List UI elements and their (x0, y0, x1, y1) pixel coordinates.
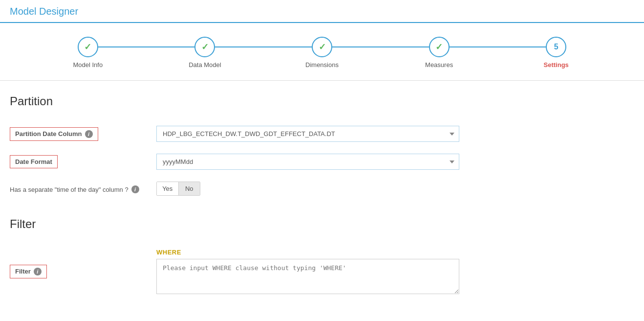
toggle-no-option[interactable]: No (179, 182, 200, 195)
date-format-control: yyyyMMdd yyyy-MM-dd yyyy/MM/dd MM/dd/yyy… (147, 148, 523, 176)
filter-label-cell: Filter i (10, 243, 147, 300)
step-circle-5: 5 (546, 37, 566, 57)
step-dimensions[interactable]: ✓ Dimensions (263, 37, 381, 69)
step-label-3: Dimensions (305, 61, 339, 69)
partition-date-column-select[interactable]: HDP_LBG_ECTECH_DW.T_DWD_GDT_EFFECT_DATA.… (156, 126, 459, 142)
checkmark-2: ✓ (201, 42, 209, 52)
time-column-label-cell: Has a separate "time of the day" column … (10, 176, 147, 202)
where-label: WHERE (156, 249, 181, 256)
step-circle-3: ✓ (312, 37, 332, 57)
partition-date-column-control: HDP_LBG_ECTECH_DW.T_DWD_GDT_EFFECT_DATA.… (147, 120, 523, 148)
checkmark-3: ✓ (319, 42, 326, 52)
partition-section: Partition Partition Date Column i HDP_LB… (10, 94, 634, 202)
filter-label: Filter i (10, 265, 47, 278)
step-measures[interactable]: ✓ Measures (381, 37, 498, 69)
step-label-1: Model Info (73, 61, 103, 69)
time-column-toggle[interactable]: Yes No (156, 182, 200, 196)
filter-form-grid: Filter i WHERE (10, 243, 523, 300)
filter-section: Filter Filter i WHERE (10, 217, 634, 300)
step-circle-1: ✓ (78, 37, 98, 57)
filter-label-text: Filter (15, 268, 31, 275)
step-settings[interactable]: 5 Settings (497, 37, 615, 69)
page-header: Model Designer (0, 0, 644, 23)
time-column-control: Yes No (147, 176, 523, 202)
filter-section-title: Filter (10, 217, 634, 231)
step-circle-4: ✓ (429, 37, 450, 57)
step-label-4: Measures (425, 61, 453, 69)
toggle-yes-option[interactable]: Yes (157, 182, 179, 195)
partition-form-grid: Partition Date Column i HDP_LBG_ECTECH_D… (10, 120, 523, 202)
page-container: Model Designer ✓ Model Info ✓ Data Model… (0, 0, 644, 310)
date-format-label: Date Format (10, 155, 58, 168)
date-format-select-wrapper: yyyyMMdd yyyy-MM-dd yyyy/MM/dd MM/dd/yyy… (156, 154, 459, 170)
step-circle-2: ✓ (194, 37, 215, 57)
partition-date-column-info-icon[interactable]: i (85, 130, 93, 138)
filter-info-icon[interactable]: i (34, 268, 42, 275)
step-data-model[interactable]: ✓ Data Model (147, 37, 264, 69)
partition-section-title: Partition (10, 94, 634, 108)
page-title: Model Designer (10, 6, 634, 22)
wizard-steps: ✓ Model Info ✓ Data Model ✓ Dimensions ✓… (0, 23, 644, 81)
step-number-5: 5 (554, 43, 558, 51)
step-model-info[interactable]: ✓ Model Info (29, 37, 147, 69)
partition-date-column-text: Partition Date Column (15, 130, 82, 138)
date-format-text: Date Format (15, 158, 52, 165)
date-format-select[interactable]: yyyyMMdd yyyy-MM-dd yyyy/MM/dd MM/dd/yyy… (156, 154, 459, 170)
date-format-label-cell: Date Format (10, 148, 147, 176)
partition-date-column-label-cell: Partition Date Column i (10, 120, 147, 148)
checkmark-4: ✓ (435, 42, 443, 52)
partition-date-column-label: Partition Date Column i (10, 127, 98, 141)
partition-date-column-select-wrapper: HDP_LBG_ECTECH_DW.T_DWD_GDT_EFFECT_DATA.… (156, 126, 459, 142)
filter-textarea[interactable] (156, 259, 459, 294)
time-column-text: Has a separate "time of the day" column … (10, 186, 129, 193)
step-label-5: Settings (544, 61, 569, 69)
step-label-2: Data Model (189, 61, 221, 69)
time-column-info-icon[interactable]: i (131, 185, 139, 193)
filter-control: WHERE (147, 243, 523, 300)
main-content: Partition Partition Date Column i HDP_LB… (0, 81, 644, 310)
checkmark-1: ✓ (84, 42, 91, 52)
